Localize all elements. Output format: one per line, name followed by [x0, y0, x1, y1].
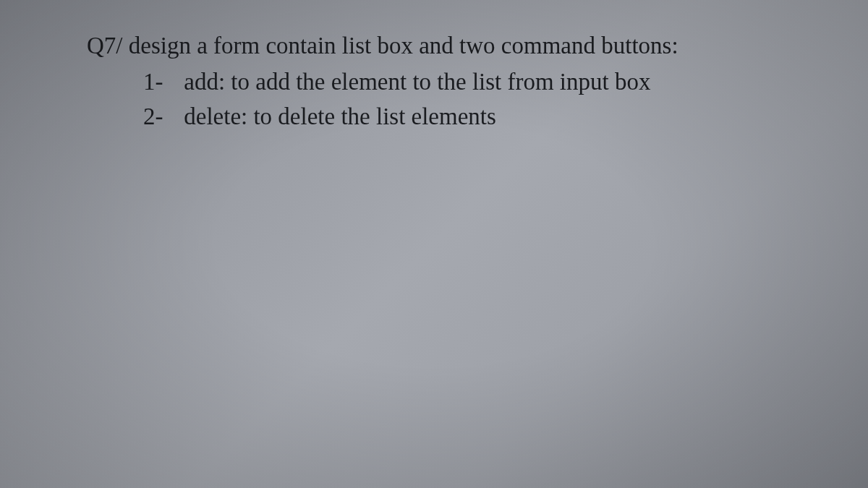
- question-heading: Q7/ design a form contain list box and t…: [87, 29, 781, 62]
- list-item-text: add: to add the element to the list from…: [184, 69, 650, 95]
- list-item-text: delete: to delete the list elements: [184, 103, 496, 129]
- document-page: Q7/ design a form contain list box and t…: [0, 0, 868, 134]
- question-intro: design a form contain list box and two c…: [129, 33, 678, 59]
- list-item-number: 1-: [143, 65, 178, 98]
- list-item-number: 2-: [143, 100, 178, 133]
- list-item: 2- delete: to delete the list elements: [87, 100, 781, 133]
- list-item: 1- add: to add the element to the list f…: [87, 65, 781, 98]
- question-label: Q7/: [87, 33, 123, 59]
